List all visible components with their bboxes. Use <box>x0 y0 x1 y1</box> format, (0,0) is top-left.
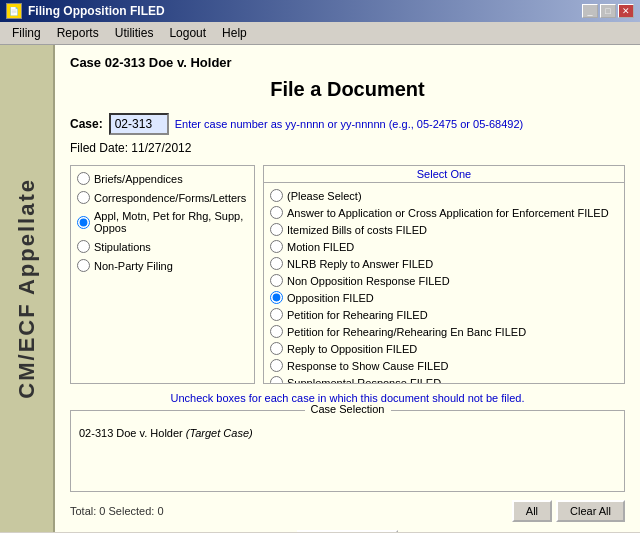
label-supplemental: Supplemental Response FILED <box>287 377 441 384</box>
radio-reply-opposition[interactable] <box>270 342 283 355</box>
right-panel-list[interactable]: (Please Select) Answer to Application or… <box>264 183 624 383</box>
list-item-non-opposition[interactable]: Non Opposition Response FILED <box>270 272 618 289</box>
right-panel-header: Select One <box>264 166 624 183</box>
action-buttons: All Clear All <box>512 500 625 522</box>
radio-briefs-input[interactable] <box>77 172 90 185</box>
left-radio-group: Briefs/Appendices Correspondence/Forms/L… <box>77 172 248 272</box>
title-bar-controls[interactable]: _ □ ✕ <box>582 4 634 18</box>
menu-help[interactable]: Help <box>214 24 255 42</box>
label-reply-opposition: Reply to Opposition FILED <box>287 343 417 355</box>
left-panel: Briefs/Appendices Correspondence/Forms/L… <box>70 165 255 384</box>
radio-nonparty-input[interactable] <box>77 259 90 272</box>
label-opposition: Opposition FILED <box>287 292 374 304</box>
title-bar: 📄 Filing Opposition FILED _ □ ✕ <box>0 0 640 22</box>
radio-nonparty[interactable]: Non-Party Filing <box>77 259 248 272</box>
list-item-supplemental[interactable]: Supplemental Response FILED <box>270 374 618 383</box>
case-entry-1-case: 02-313 Doe v. Holder <box>79 427 186 439</box>
close-button[interactable]: ✕ <box>618 4 634 18</box>
sidebar-text: CM/ECF Appellate <box>14 178 40 399</box>
app-icon: 📄 <box>6 3 22 19</box>
radio-motion[interactable] <box>270 240 283 253</box>
label-petition-en-banc: Petition for Rehearing/Rehearing En Banc… <box>287 326 526 338</box>
radio-petition-en-banc[interactable] <box>270 325 283 338</box>
list-item-reply-opposition[interactable]: Reply to Opposition FILED <box>270 340 618 357</box>
radio-please-select[interactable] <box>270 189 283 202</box>
all-button[interactable]: All <box>512 500 552 522</box>
radio-opposition[interactable] <box>270 291 283 304</box>
radio-correspondence-input[interactable] <box>77 191 90 204</box>
case-entry-1-tag: (Target Case) <box>186 427 253 439</box>
list-item-answer-app[interactable]: Answer to Application or Cross Applicati… <box>270 204 618 221</box>
case-selection-legend: Case Selection <box>305 403 391 415</box>
maximize-button[interactable]: □ <box>600 4 616 18</box>
case-entry-1: 02-313 Doe v. Holder (Target Case) <box>77 425 618 441</box>
label-nlrb: NLRB Reply to Answer FILED <box>287 258 433 270</box>
radio-supplemental[interactable] <box>270 376 283 383</box>
menu-bar: Filing Reports Utilities Logout Help <box>0 22 640 45</box>
clear-all-button[interactable]: Clear All <box>556 500 625 522</box>
radio-stipulations[interactable]: Stipulations <box>77 240 248 253</box>
totals-text: Total: 0 Selected: 0 <box>70 505 164 517</box>
case-hint: Enter case number as yy-nnnn or yy-nnnnn… <box>175 118 524 130</box>
case-input[interactable] <box>109 113 169 135</box>
radio-stipulations-label: Stipulations <box>94 241 151 253</box>
filed-date: Filed Date: 11/27/2012 <box>70 141 625 155</box>
case-label: Case: <box>70 117 103 131</box>
radio-stipulations-input[interactable] <box>77 240 90 253</box>
minimize-button[interactable]: _ <box>582 4 598 18</box>
menu-logout[interactable]: Logout <box>161 24 214 42</box>
list-item-motion[interactable]: Motion FILED <box>270 238 618 255</box>
filed-date-value: 11/27/2012 <box>131 141 191 155</box>
page-title: File a Document <box>70 78 625 101</box>
list-item-opposition[interactable]: Opposition FILED <box>270 289 618 306</box>
list-item-nlrb[interactable]: NLRB Reply to Answer FILED <box>270 255 618 272</box>
sidebar: CM/ECF Appellate <box>0 45 55 532</box>
window-title: Filing Opposition FILED <box>28 4 165 18</box>
case-selection-content: 02-313 Doe v. Holder (Target Case) <box>71 411 624 491</box>
content-area: Case 02-313 Doe v. Holder File a Documen… <box>55 45 640 532</box>
radio-briefs[interactable]: Briefs/Appendices <box>77 172 248 185</box>
radio-briefs-label: Briefs/Appendices <box>94 173 183 185</box>
menu-filing[interactable]: Filing <box>4 24 49 42</box>
list-item-petition-rehearing[interactable]: Petition for Rehearing FILED <box>270 306 618 323</box>
radio-appl-label: Appl, Motn, Pet for Rhg, Supp, Oppos <box>94 210 248 234</box>
radio-response-show-cause[interactable] <box>270 359 283 372</box>
filed-date-label: Filed Date: <box>70 141 131 155</box>
right-panel: Select One (Please Select) Answer to App… <box>263 165 625 384</box>
label-please-select: (Please Select) <box>287 190 362 202</box>
radio-correspondence-label: Correspondence/Forms/Letters <box>94 192 246 204</box>
label-response-show-cause: Response to Show Cause FILED <box>287 360 448 372</box>
continue-button[interactable]: Continue <box>297 530 397 532</box>
radio-nlrb[interactable] <box>270 257 283 270</box>
continue-row: Continue <box>70 530 625 532</box>
radio-petition-rehearing[interactable] <box>270 308 283 321</box>
case-selection-box: Case Selection 02-313 Doe v. Holder (Tar… <box>70 410 625 492</box>
label-motion: Motion FILED <box>287 241 354 253</box>
radio-appl-input[interactable] <box>77 216 90 229</box>
case-row: Case: Enter case number as yy-nnnn or yy… <box>70 113 625 135</box>
label-itemized: Itemized Bills of costs FILED <box>287 224 427 236</box>
radio-nonparty-label: Non-Party Filing <box>94 260 173 272</box>
menu-utilities[interactable]: Utilities <box>107 24 162 42</box>
title-bar-left: 📄 Filing Opposition FILED <box>6 3 165 19</box>
radio-appl[interactable]: Appl, Motn, Pet for Rhg, Supp, Oppos <box>77 210 248 234</box>
list-item-itemized[interactable]: Itemized Bills of costs FILED <box>270 221 618 238</box>
label-non-opposition: Non Opposition Response FILED <box>287 275 450 287</box>
main-container: CM/ECF Appellate Case 02-313 Doe v. Hold… <box>0 45 640 532</box>
case-header: Case 02-313 Doe v. Holder <box>70 55 625 70</box>
radio-correspondence[interactable]: Correspondence/Forms/Letters <box>77 191 248 204</box>
list-item-petition-en-banc[interactable]: Petition for Rehearing/Rehearing En Banc… <box>270 323 618 340</box>
radio-answer-app[interactable] <box>270 206 283 219</box>
label-answer-app: Answer to Application or Cross Applicati… <box>287 207 609 219</box>
menu-reports[interactable]: Reports <box>49 24 107 42</box>
main-panels: Briefs/Appendices Correspondence/Forms/L… <box>70 165 625 384</box>
label-petition-rehearing: Petition for Rehearing FILED <box>287 309 428 321</box>
list-item-please-select[interactable]: (Please Select) <box>270 187 618 204</box>
radio-non-opposition[interactable] <box>270 274 283 287</box>
list-item-response-show-cause[interactable]: Response to Show Cause FILED <box>270 357 618 374</box>
bottom-row: Total: 0 Selected: 0 All Clear All <box>70 500 625 522</box>
radio-itemized[interactable] <box>270 223 283 236</box>
